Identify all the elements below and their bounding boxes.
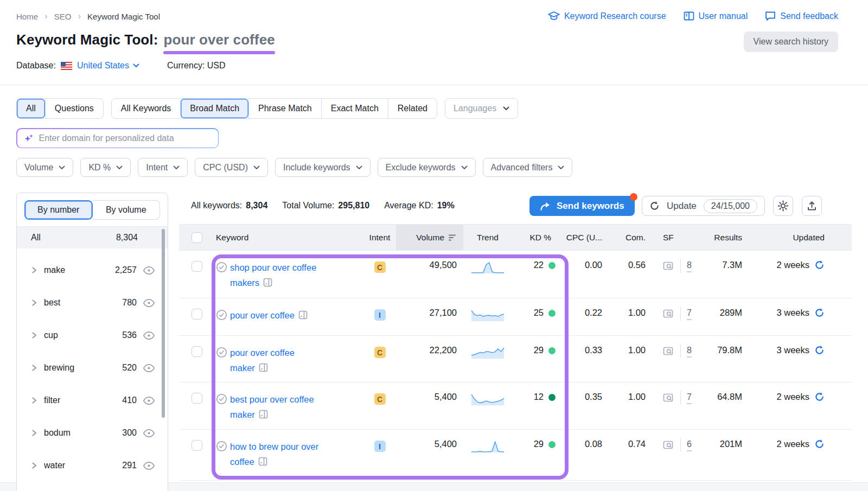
sidebar-group-make[interactable]: make 2,257 <box>17 254 168 286</box>
column-header-com[interactable]: Com. <box>608 233 651 243</box>
filter-advanced-filters[interactable]: Advanced filters <box>483 158 573 177</box>
keyword-link[interactable]: pour over coffee <box>230 310 295 320</box>
column-header-sf[interactable]: SF <box>651 233 700 243</box>
column-header-volume[interactable]: Volume <box>396 225 463 250</box>
sort-descending-icon <box>449 234 457 241</box>
select-all-checkbox[interactable] <box>192 232 202 243</box>
row-checkbox[interactable] <box>192 309 202 320</box>
refresh-icon[interactable] <box>814 308 825 318</box>
filter-exclude-keywords[interactable]: Exclude keywords <box>378 158 476 177</box>
refresh-icon[interactable] <box>814 439 825 449</box>
serp-features-icon[interactable] <box>663 393 674 403</box>
stat-average-kd: Average KD:19% <box>384 201 454 211</box>
sidebar-group-best[interactable]: best 780 <box>17 286 168 319</box>
refresh-icon[interactable] <box>814 345 825 355</box>
column-header-keyword[interactable]: Keyword <box>206 233 363 243</box>
kd-dot <box>548 441 556 448</box>
eye-icon[interactable] <box>143 461 155 470</box>
eye-icon[interactable] <box>143 396 155 405</box>
sf-count[interactable]: 8 <box>687 346 692 358</box>
row-checkbox[interactable] <box>192 261 202 272</box>
column-header-kd[interactable]: KD % <box>512 233 559 243</box>
serp-preview-icon[interactable] <box>258 457 267 466</box>
row-checkbox[interactable] <box>192 440 202 451</box>
eye-icon[interactable] <box>143 298 155 308</box>
filter-cpc-usd[interactable]: CPC (USD) <box>195 158 268 177</box>
serp-features-icon[interactable] <box>663 262 674 271</box>
intent-badge[interactable]: C <box>374 393 386 405</box>
sf-count[interactable]: 8 <box>687 260 692 272</box>
sort-by-number-button[interactable]: By number <box>24 200 93 220</box>
sidebar-scrollbar[interactable] <box>162 229 165 418</box>
kd-value: 29 <box>534 345 544 355</box>
column-header-trend[interactable]: Trend <box>463 233 512 243</box>
tab-all-keywords[interactable]: All Keywords <box>112 99 180 118</box>
tab-questions[interactable]: Questions <box>45 99 103 118</box>
sidebar-group-filter[interactable]: filter 410 <box>17 384 168 417</box>
check-circle-icon[interactable] <box>216 441 227 452</box>
check-circle-icon[interactable] <box>216 262 227 273</box>
tab-phrase-match[interactable]: Phrase Match <box>248 99 321 118</box>
chevron-down-icon <box>133 63 139 68</box>
intent-badge[interactable]: I <box>374 441 386 452</box>
user-manual-link[interactable]: User manual <box>684 11 748 22</box>
row-checkbox[interactable] <box>192 393 202 404</box>
filter-include-keywords[interactable]: Include keywords <box>275 158 371 177</box>
view-search-history-button[interactable]: View search history <box>744 31 838 52</box>
filter-kd[interactable]: KD % <box>80 158 131 177</box>
send-feedback-link[interactable]: Send feedback <box>765 11 838 22</box>
check-circle-icon[interactable] <box>216 309 227 321</box>
tab-broad-match[interactable]: Broad Match <box>180 99 248 118</box>
tab-exact-match[interactable]: Exact Match <box>321 99 388 118</box>
sf-count[interactable]: 7 <box>687 308 692 320</box>
check-circle-icon[interactable] <box>216 393 227 405</box>
sf-count[interactable]: 6 <box>687 439 692 451</box>
eye-icon[interactable] <box>143 364 155 373</box>
sort-by-volume-button[interactable]: By volume <box>93 200 161 220</box>
keyword-link[interactable]: shop pour over coffee makers <box>230 263 316 288</box>
column-header-results[interactable]: Results <box>700 233 754 243</box>
table-settings-button[interactable] <box>773 196 793 216</box>
tab-all[interactable]: All <box>17 99 45 118</box>
breadcrumb-item-home[interactable]: Home <box>16 12 38 21</box>
filter-volume[interactable]: Volume <box>16 158 73 177</box>
database-selector[interactable]: United States <box>77 61 139 71</box>
serp-features-icon[interactable] <box>663 309 674 319</box>
eye-icon[interactable] <box>143 429 155 438</box>
sf-count[interactable]: 7 <box>687 392 692 404</box>
serp-preview-icon[interactable] <box>259 363 268 372</box>
refresh-icon[interactable] <box>814 392 825 402</box>
intent-badge[interactable]: I <box>374 309 386 321</box>
send-keywords-button[interactable]: Send keywords <box>529 196 635 216</box>
intent-badge[interactable]: C <box>374 262 386 273</box>
keyword-link[interactable]: how to brew pour over coffee <box>230 442 318 467</box>
sidebar-group-brewing[interactable]: brewing 520 <box>17 352 168 384</box>
serp-features-icon[interactable] <box>663 347 674 356</box>
sidebar-group-cup[interactable]: cup 536 <box>17 319 168 352</box>
serp-preview-icon[interactable] <box>263 278 272 287</box>
column-header-updated[interactable]: Updated <box>754 233 852 243</box>
serp-features-icon[interactable] <box>663 441 674 450</box>
tab-related[interactable]: Related <box>388 99 437 118</box>
serp-preview-icon[interactable] <box>259 410 268 419</box>
refresh-icon[interactable] <box>814 260 825 270</box>
column-header-intent[interactable]: Intent <box>363 233 396 243</box>
eye-icon[interactable] <box>143 331 155 340</box>
intent-badge[interactable]: C <box>374 347 386 358</box>
column-header-cpc[interactable]: CPC (U... <box>559 233 608 243</box>
sidebar-group-water[interactable]: water 291 <box>17 449 168 482</box>
filter-intent[interactable]: Intent <box>138 158 188 177</box>
domain-input[interactable] <box>39 133 212 143</box>
serp-preview-icon[interactable] <box>298 310 308 320</box>
check-circle-icon[interactable] <box>216 347 227 358</box>
update-button[interactable]: Update 24/15,000 <box>642 196 765 216</box>
sidebar-group-bodum[interactable]: bodum 300 <box>17 417 168 449</box>
breadcrumb-item-seo[interactable]: SEO <box>54 12 72 21</box>
row-checkbox[interactable] <box>192 346 202 357</box>
export-button[interactable] <box>802 196 822 216</box>
sidebar-item-all[interactable]: All 8,304 <box>17 227 168 248</box>
keyword-link[interactable]: best pour over coffee maker <box>230 394 314 419</box>
eye-icon[interactable] <box>143 266 155 275</box>
keyword-research-course-link[interactable]: Keyword Research course <box>548 11 666 22</box>
languages-dropdown[interactable]: Languages <box>445 98 518 119</box>
